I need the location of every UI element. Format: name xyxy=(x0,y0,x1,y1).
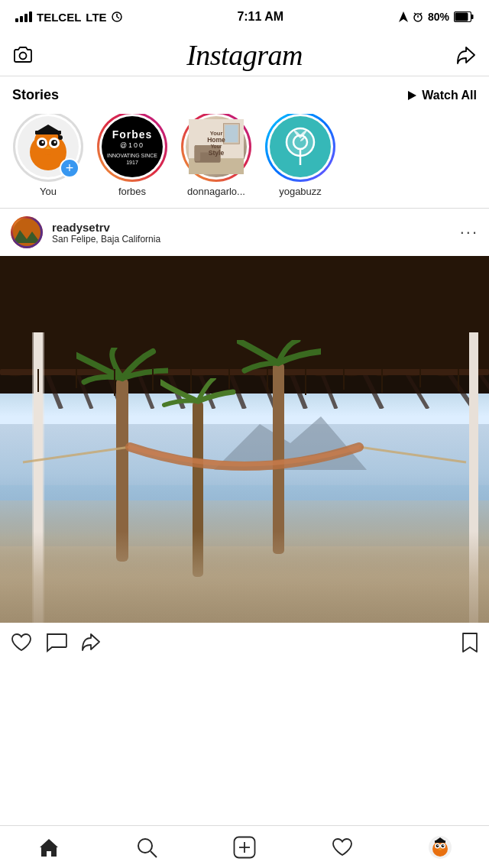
stories-section: Stories Watch All xyxy=(0,76,489,209)
svg-rect-8 xyxy=(471,15,473,19)
svg-rect-31 xyxy=(195,145,201,161)
story-name-donna: donnagarlo... xyxy=(187,186,245,197)
bottom-nav xyxy=(0,825,489,868)
svg-rect-28 xyxy=(225,125,238,143)
status-right: 80% xyxy=(399,11,474,23)
post-username: readysetrv xyxy=(52,221,451,234)
share-button[interactable] xyxy=(81,633,101,653)
app-logo: Instagram xyxy=(186,38,303,72)
like-button[interactable] xyxy=(11,633,32,653)
play-icon xyxy=(406,90,417,101)
camera-button[interactable] xyxy=(12,44,34,66)
svg-marker-11 xyxy=(408,91,416,100)
post-avatar[interactable] xyxy=(11,216,43,248)
story-name-yoga: yogabuzz xyxy=(279,186,322,197)
svg-point-23 xyxy=(54,141,57,144)
story-item-yoga[interactable]: yogabuzz xyxy=(258,114,342,197)
svg-text:Your: Your xyxy=(211,144,222,149)
avatar-forbes: Forbes @100 INNOVATING SINCE 1917 xyxy=(102,116,163,177)
story-item-forbes[interactable]: Forbes @100 INNOVATING SINCE 1917 forbes xyxy=(90,114,174,197)
post-header: readysetrv San Felipe, Baja California ·… xyxy=(0,209,489,256)
story-item-you[interactable]: + You xyxy=(6,114,90,197)
nav-profile[interactable] xyxy=(416,831,465,864)
hanging-decor xyxy=(0,369,489,415)
battery-icon xyxy=(454,11,474,22)
stories-title: Stories xyxy=(12,87,59,103)
svg-text:Style: Style xyxy=(209,149,225,157)
svg-text:Home: Home xyxy=(207,136,225,144)
app-header: Instagram xyxy=(0,34,489,76)
svg-line-69 xyxy=(359,447,466,462)
nav-search[interactable] xyxy=(122,831,171,864)
watch-all-label: Watch All xyxy=(422,89,477,102)
svg-point-22 xyxy=(42,141,44,144)
svg-line-83 xyxy=(151,851,157,857)
post-more-button[interactable]: ··· xyxy=(460,222,478,242)
status-time: 7:11 AM xyxy=(237,10,283,24)
post-actions xyxy=(0,623,489,658)
svg-line-6 xyxy=(419,13,422,15)
svg-point-96 xyxy=(437,844,439,846)
svg-point-97 xyxy=(442,844,444,846)
svg-point-17 xyxy=(58,135,63,140)
stories-header: Stories Watch All xyxy=(0,87,489,103)
avatar-yoga xyxy=(270,116,331,177)
bookmark-button[interactable] xyxy=(461,632,478,653)
svg-line-2 xyxy=(117,17,119,18)
activity-icon xyxy=(112,11,122,22)
post-image xyxy=(0,256,489,623)
svg-line-5 xyxy=(414,13,416,15)
stories-row: + You Forbes @100 INNOVATING SINCE 1917 … xyxy=(0,114,489,197)
carrier: TELCEL xyxy=(37,11,81,24)
hammock-svg xyxy=(0,416,489,493)
direct-message-button[interactable] xyxy=(455,44,477,66)
add-story-button[interactable]: + xyxy=(60,158,79,178)
nav-home[interactable] xyxy=(24,831,73,864)
signal-bars xyxy=(15,11,32,22)
svg-rect-9 xyxy=(455,13,468,21)
location-icon xyxy=(399,11,408,22)
story-name-forbes: forbes xyxy=(118,186,146,197)
nav-activity[interactable] xyxy=(318,831,367,864)
post-item: readysetrv San Felipe, Baja California ·… xyxy=(0,209,489,658)
story-name-you: You xyxy=(40,186,57,197)
status-left: TELCEL LTE xyxy=(15,11,122,24)
comment-button[interactable] xyxy=(46,633,67,653)
alarm-icon xyxy=(413,11,423,22)
svg-point-82 xyxy=(138,839,152,853)
svg-point-10 xyxy=(20,52,27,59)
nav-add[interactable] xyxy=(220,831,269,864)
watch-all-button[interactable]: Watch All xyxy=(406,89,477,102)
network: LTE xyxy=(86,11,106,24)
story-item-donna[interactable]: Your Home Your Style donnagarlo... xyxy=(174,114,258,197)
battery-text: 80% xyxy=(428,11,449,23)
avatar-donna: Your Home Your Style xyxy=(186,116,247,177)
post-location: San Felipe, Baja California xyxy=(52,234,451,245)
svg-line-68 xyxy=(23,447,130,462)
status-bar: TELCEL LTE 7:11 AM 80% xyxy=(0,0,489,34)
